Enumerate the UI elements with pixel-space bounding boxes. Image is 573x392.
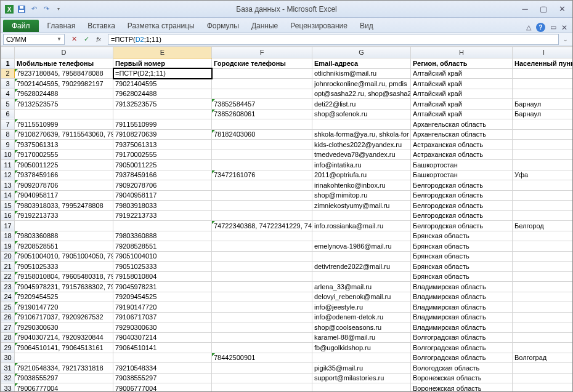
row-header[interactable]: 31 <box>1 363 15 374</box>
cell[interactable]: 79045978231 <box>113 282 212 292</box>
cell[interactable]: 79106717037 <box>113 312 212 322</box>
cell[interactable]: 79050011225 <box>113 160 212 170</box>
cell[interactable]: 79158010804 <box>113 271 212 282</box>
cell[interactable] <box>212 363 312 374</box>
cell[interactable]: Вологодская область <box>411 363 513 374</box>
select-all-corner[interactable] <box>1 47 15 58</box>
cell[interactable] <box>212 251 312 262</box>
cell[interactable] <box>513 231 573 241</box>
row-header[interactable]: 18 <box>1 231 15 241</box>
cell[interactable] <box>212 89 312 99</box>
cell[interactable]: Владимирская область <box>411 282 513 292</box>
row-header[interactable]: 5 <box>1 99 15 110</box>
cell[interactable]: Регион, область <box>411 58 513 69</box>
cell[interactable]: Владимирская область <box>411 312 513 322</box>
cell[interactable] <box>212 322 312 333</box>
cell[interactable] <box>15 109 113 119</box>
cell[interactable] <box>513 150 573 160</box>
cell[interactable]: Белгородская область <box>411 190 513 201</box>
cell[interactable] <box>312 353 411 363</box>
cell[interactable]: 79190147720 <box>113 302 212 313</box>
cell[interactable] <box>513 89 573 99</box>
cell[interactable]: Волгоградская область <box>411 332 513 343</box>
cell[interactable]: Астраханская область <box>411 140 513 150</box>
cell[interactable]: 79208528551 <box>15 241 113 252</box>
ribbon-tab[interactable]: Разметка страницы <box>121 20 201 32</box>
cell[interactable]: 79115510999 <box>15 119 113 130</box>
cell[interactable]: Владимирская область <box>411 302 513 313</box>
cell[interactable]: 79040958117 <box>15 190 113 201</box>
cell[interactable] <box>212 373 312 383</box>
cell[interactable] <box>513 79 573 89</box>
cell[interactable]: 79038555297 <box>113 373 212 383</box>
cell[interactable]: pigik35@mail.ru <box>312 363 411 374</box>
cell[interactable]: fb@ugolkidshop.ru <box>312 343 411 353</box>
cell[interactable]: 73852584457 <box>212 99 312 110</box>
cell[interactable]: 79378459166 <box>113 170 212 180</box>
cell[interactable] <box>513 292 573 302</box>
row-header[interactable]: 21 <box>1 262 15 272</box>
cell[interactable] <box>212 150 312 160</box>
cell[interactable] <box>513 119 573 130</box>
cell[interactable]: shop@sofenok.ru <box>312 109 411 119</box>
cell[interactable]: otlichnikism@mail.ru <box>312 68 411 79</box>
maximize-button[interactable]: ▢ <box>537 4 550 14</box>
cell[interactable]: Воронежская область <box>411 383 513 393</box>
cell[interactable]: 79628024488 <box>113 89 212 99</box>
ribbon-tab[interactable]: Рецензирование <box>284 20 354 32</box>
cell[interactable]: 79038555297 <box>15 373 113 383</box>
cell[interactable]: 79290300630 <box>113 322 212 333</box>
cell[interactable] <box>212 302 312 313</box>
save-icon[interactable] <box>17 4 26 14</box>
cell[interactable]: 79170002555 <box>15 150 113 160</box>
cell[interactable]: info@jeestyle.ru <box>312 302 411 313</box>
cell[interactable]: Волгоград <box>513 353 573 363</box>
close-workbook-icon[interactable]: ✕ <box>561 23 567 32</box>
cell[interactable] <box>513 343 573 353</box>
row-header[interactable]: 14 <box>1 190 15 201</box>
cell[interactable]: Алтайский край <box>411 68 513 79</box>
cell[interactable]: 79209454525 <box>15 292 113 302</box>
cell[interactable]: 79192213733 <box>113 210 212 221</box>
close-button[interactable]: ✕ <box>555 4 569 14</box>
cell[interactable] <box>513 160 573 170</box>
cell[interactable]: 79108270639, 79115543060, 7911 <box>15 129 113 140</box>
row-header[interactable]: 10 <box>1 150 15 160</box>
row-header[interactable]: 2 <box>1 68 15 79</box>
cell[interactable]: info.rossianka@mail.ru <box>312 221 411 231</box>
cell[interactable]: Башкортостан <box>411 170 513 180</box>
cell[interactable]: 79092078706 <box>15 180 113 191</box>
cell[interactable] <box>513 190 573 201</box>
cell[interactable] <box>212 79 312 89</box>
cell[interactable] <box>212 201 312 211</box>
cell[interactable]: 79051025333 <box>113 262 212 272</box>
cell[interactable] <box>212 68 312 79</box>
cell[interactable]: 79237180845, 79588478088 <box>15 68 113 79</box>
cell[interactable] <box>513 140 573 150</box>
cell[interactable]: 78182403060 <box>212 129 312 140</box>
cell[interactable] <box>212 262 312 272</box>
cell[interactable]: 79021404595, 79029982197 <box>15 79 113 89</box>
cell[interactable]: opt@sasha22.ru, shop@sasha22 <box>312 89 411 99</box>
row-header[interactable]: 30 <box>1 353 15 363</box>
cell[interactable]: arlena_33@mail.ru <box>312 282 411 292</box>
cell[interactable]: detivtrende2022@mail.ru <box>312 262 411 272</box>
row-header[interactable]: 33 <box>1 383 15 393</box>
help-icon[interactable]: ? <box>536 23 545 32</box>
cell[interactable]: 79803918033 <box>113 201 212 211</box>
cell[interactable]: 79210548334, 79217331818 <box>15 363 113 374</box>
cell[interactable]: Первый номер <box>113 58 212 69</box>
cell[interactable] <box>212 312 312 322</box>
redo-icon[interactable]: ↷ <box>41 4 51 14</box>
row-header[interactable]: 8 <box>1 129 15 140</box>
cell[interactable]: 79208528551 <box>113 241 212 252</box>
row-header[interactable]: 17 <box>1 221 15 231</box>
cell[interactable]: zimniekostyumy@mail.ru <box>312 201 411 211</box>
cell[interactable] <box>513 201 573 211</box>
cell[interactable]: irinakohtenko@inbox.ru <box>312 180 411 191</box>
cell[interactable]: Email-адреса <box>312 58 411 69</box>
ribbon-minimize-icon[interactable]: △ <box>526 23 531 31</box>
cell[interactable]: Брянская область <box>411 271 513 282</box>
cell[interactable]: 73852608061 <box>212 109 312 119</box>
cell[interactable] <box>212 343 312 353</box>
